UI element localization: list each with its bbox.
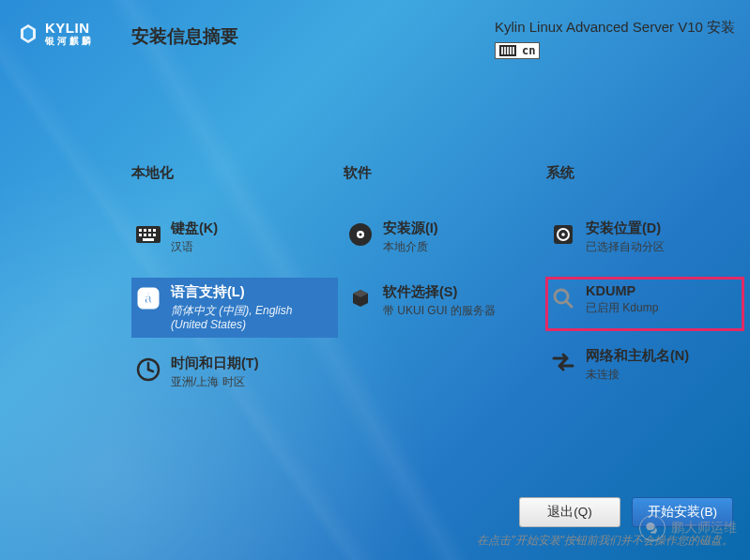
brand-cn: 银河麒麟 — [45, 37, 94, 46]
svg-rect-6 — [144, 234, 146, 236]
spoke-title: 键盘(K) — [171, 219, 218, 237]
spoke-title: 语言支持(L) — [171, 283, 321, 301]
svg-rect-4 — [153, 229, 156, 232]
svg-line-14 — [148, 370, 153, 371]
disc-icon — [348, 222, 373, 247]
quit-button[interactable]: 退出(Q) — [519, 497, 620, 527]
clock-icon — [136, 357, 161, 382]
spoke-title: 网络和主机名(N) — [586, 347, 689, 365]
keyboard-icon — [499, 45, 516, 56]
spoke-title: 安装位置(D) — [586, 219, 665, 237]
svg-rect-7 — [148, 234, 151, 236]
harddrive-icon — [551, 222, 575, 247]
svg-rect-3 — [148, 229, 151, 232]
spoke-subtitle: 已启用 Kdump — [586, 301, 658, 315]
col-heading-localization: 本地化 — [131, 164, 338, 182]
svg-rect-9 — [143, 238, 154, 241]
svg-line-22 — [566, 301, 572, 307]
svg-point-17 — [359, 233, 361, 235]
footer: 退出(Q) 开始安装(B) 在点击"开始安装"按钮前我们并不会操作您的磁盘。 — [0, 488, 750, 560]
col-localization: 本地化 键盘(K) 汉语 á 语言支持(L) 简体中文 (中国), Englis… — [131, 164, 338, 485]
summary-grid: 本地化 键盘(K) 汉语 á 语言支持(L) 简体中文 (中国), Englis… — [131, 164, 733, 485]
svg-point-20 — [561, 233, 565, 236]
spoke-title: KDUMP — [586, 283, 658, 298]
brand-en: KYLIN — [45, 21, 94, 35]
svg-text:á: á — [145, 291, 152, 306]
keyboard-indicator[interactable]: cn — [495, 42, 540, 59]
magnifier-icon — [551, 286, 575, 310]
header-right: Kylin Linux Advanced Server V10 安装 cn — [495, 19, 735, 60]
spoke-datetime[interactable]: 时间和日期(T) 亚洲/上海 时区 — [131, 349, 338, 401]
svg-rect-1 — [139, 229, 142, 232]
spoke-software-selection[interactable]: 软件选择(S) 带 UKUI GUI 的服务器 — [344, 278, 541, 330]
spoke-install-source[interactable]: 安装源(I) 本地介质 — [344, 214, 541, 266]
svg-rect-5 — [139, 234, 142, 236]
spoke-title: 安装源(I) — [383, 219, 438, 237]
keyboard-layout-code: cn — [522, 44, 535, 57]
kylin-logo-icon — [17, 23, 39, 45]
spoke-title: 时间和日期(T) — [171, 355, 259, 372]
page-title: 安装信息摘要 — [131, 24, 238, 49]
language-icon: á — [136, 286, 161, 310]
col-heading-system: 系统 — [546, 164, 743, 182]
network-icon — [551, 352, 575, 372]
svg-rect-8 — [153, 234, 156, 236]
col-system: 系统 安装位置(D) 已选择自动分区 KDUMP 已启用 Kdump 网络和主机… — [546, 164, 743, 485]
product-name: Kylin Linux Advanced Server V10 安装 — [495, 19, 735, 37]
spoke-subtitle: 已选择自动分区 — [586, 240, 665, 254]
col-software: 软件 安装源(I) 本地介质 软件选择(S) 带 UKUI GUI 的服务器 — [344, 164, 541, 485]
keyboard-icon — [135, 225, 161, 244]
spoke-kdump[interactable]: KDUMP 已启用 Kdump — [546, 278, 743, 330]
spoke-subtitle: 汉语 — [171, 240, 218, 254]
spoke-subtitle: 简体中文 (中国), English (United States) — [171, 304, 321, 332]
spoke-subtitle: 亚洲/上海 时区 — [171, 375, 259, 389]
spoke-subtitle: 带 UKUI GUI 的服务器 — [383, 304, 496, 318]
brand-logo: KYLIN 银河麒麟 — [17, 21, 94, 46]
begin-install-button[interactable]: 开始安装(B) — [632, 497, 733, 527]
spoke-subtitle: 未连接 — [586, 368, 689, 382]
spoke-network[interactable]: 网络和主机名(N) 未连接 — [546, 341, 743, 394]
spoke-language[interactable]: á 语言支持(L) 简体中文 (中国), English (United Sta… — [131, 278, 338, 338]
spoke-subtitle: 本地介质 — [383, 240, 438, 254]
spoke-install-destination[interactable]: 安装位置(D) 已选择自动分区 — [546, 214, 743, 266]
spoke-keyboard[interactable]: 键盘(K) 汉语 — [131, 214, 338, 266]
svg-rect-2 — [144, 229, 146, 232]
footer-hint: 在点击"开始安装"按钮前我们并不会操作您的磁盘。 — [477, 533, 733, 549]
spoke-title: 软件选择(S) — [383, 283, 496, 301]
package-icon — [349, 287, 372, 310]
col-heading-software: 软件 — [344, 164, 541, 182]
